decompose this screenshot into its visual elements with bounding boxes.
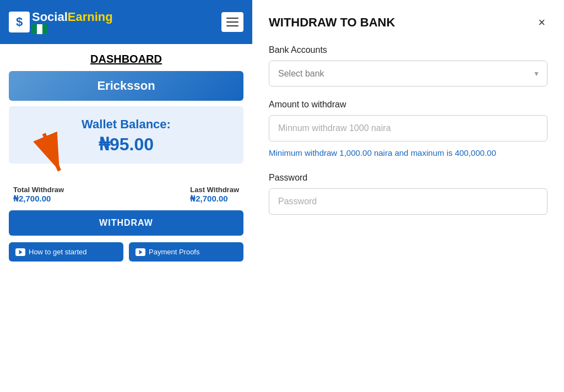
modal-header: WITHDRAW TO BANK × [269, 15, 547, 30]
bank-select-wrapper: Select bank [269, 61, 547, 86]
withdraw-modal: WITHDRAW TO BANK × Bank Accounts Select … [252, 0, 564, 392]
svg-rect-0 [32, 24, 37, 34]
withdraw-button[interactable]: WITHDRAW [9, 210, 243, 236]
total-withdraw-value: ₦2,700.00 [13, 194, 64, 204]
wallet-label: Wallet Balance: [18, 117, 235, 132]
amount-group: Amount to withdraw Minimum withdraw 1,00… [269, 100, 547, 160]
user-card: Ericksson [9, 71, 243, 101]
payment-proofs-button[interactable]: Payment Proofs [129, 242, 243, 262]
last-withdraw-label: Last Withdraw [190, 186, 239, 194]
amount-input[interactable] [269, 115, 547, 141]
youtube-icon-2 [135, 248, 145, 256]
logo: $ Social Earning [9, 10, 113, 34]
amount-hint: Minimum withdraw 1,000.00 naira and maxi… [269, 147, 547, 160]
modal-title: WITHDRAW TO BANK [269, 15, 395, 30]
logo-dollar-sign: $ [16, 15, 23, 29]
last-withdraw-value: ₦2,700.00 [190, 194, 239, 204]
hamburger-line-2 [226, 21, 238, 23]
dashboard-title: DASHBOARD [0, 44, 252, 71]
bank-accounts-label: Bank Accounts [269, 45, 547, 55]
amount-label: Amount to withdraw [269, 100, 547, 110]
right-panel: WITHDRAW TO BANK × Bank Accounts Select … [252, 0, 564, 392]
svg-rect-2 [42, 24, 47, 34]
youtube-icon-1 [15, 248, 25, 256]
hamburger-line-1 [226, 18, 238, 19]
payment-proofs-label: Payment Proofs [149, 248, 200, 256]
hamburger-line-3 [226, 25, 238, 26]
password-label: Password [269, 173, 547, 183]
logo-text: Social Earning [32, 10, 113, 24]
bottom-buttons: How to get started Payment Proofs [9, 242, 243, 262]
bank-select[interactable]: Select bank [269, 61, 547, 86]
left-panel: $ Social Earning DASHBOARD [0, 0, 252, 392]
how-to-start-button[interactable]: How to get started [9, 242, 123, 262]
logo-social: Social [32, 10, 68, 24]
nigeria-flag-icon [32, 24, 47, 34]
logo-icon: $ [9, 12, 30, 32]
how-to-start-label: How to get started [29, 248, 87, 256]
password-group: Password [269, 173, 547, 215]
bank-accounts-group: Bank Accounts Select bank [269, 45, 547, 86]
total-withdraw-label: Total Withdraw [13, 186, 64, 194]
user-name: Ericksson [97, 79, 155, 92]
arrow-down-icon [25, 130, 75, 180]
last-withdraw-stat: Last Withdraw ₦2,700.00 [190, 186, 239, 204]
password-input[interactable] [269, 188, 547, 215]
logo-earning: Earning [68, 10, 113, 24]
balance-card: Wallet Balance: ₦95.00 [9, 106, 243, 164]
hamburger-button[interactable] [221, 12, 243, 32]
close-button[interactable]: × [536, 17, 547, 29]
header: $ Social Earning [0, 0, 252, 44]
svg-rect-1 [37, 24, 42, 34]
svg-line-4 [44, 134, 59, 171]
withdraw-stats: Total Withdraw ₦2,700.00 Last Withdraw ₦… [9, 186, 243, 204]
total-withdraw-stat: Total Withdraw ₦2,700.00 [13, 186, 64, 204]
